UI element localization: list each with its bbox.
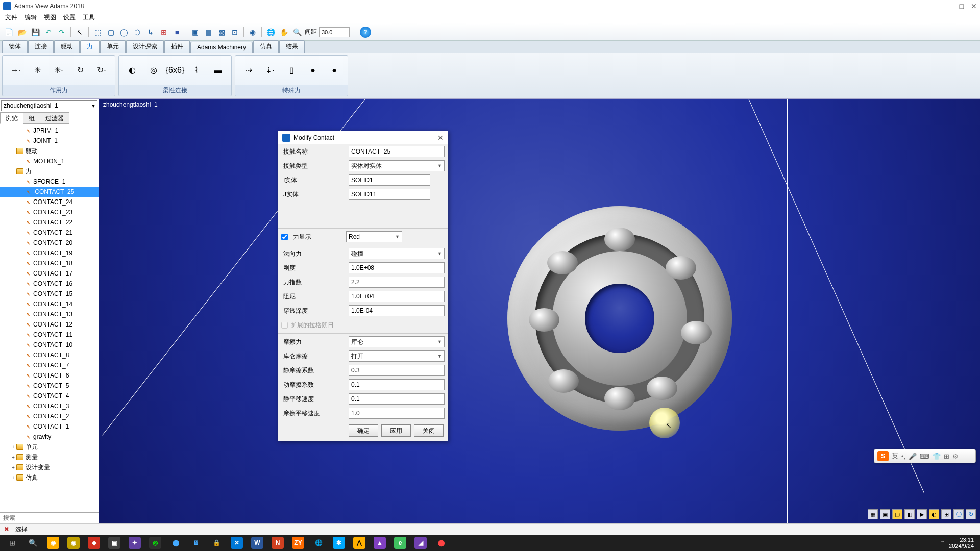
stiffness-input[interactable] xyxy=(349,262,445,273)
ribbon-icon[interactable]: ▯ xyxy=(285,64,298,77)
ribbon-icon[interactable]: ✳· xyxy=(53,64,65,77)
close-dialog-button[interactable]: 关闭 xyxy=(414,424,444,437)
tree-item-gravity[interactable]: ∿gravity xyxy=(0,432,99,442)
vt-1[interactable]: ▦ xyxy=(868,509,878,519)
tree-item-单元[interactable]: +单元 xyxy=(0,442,99,452)
redo-icon[interactable]: ↷ xyxy=(56,27,67,38)
ribbon-icon[interactable]: ● xyxy=(328,64,340,77)
ime-toolbar[interactable]: S 英 •, 🎤 ⌨ 👕 ⊞ ⚙ xyxy=(874,449,976,463)
ribbon-icon[interactable]: ⇢ xyxy=(242,64,255,77)
tree-item-SFORCE_1[interactable]: ∿SFORCE_1 xyxy=(0,177,99,187)
menu-文件[interactable]: 文件 xyxy=(2,12,20,23)
contact-name-input[interactable] xyxy=(349,146,445,157)
tree-item-CONTACT_12[interactable]: ∿CONTACT_12 xyxy=(0,319,99,330)
viewport-3d[interactable]: zhouchengtiaoshi_1 ↖ Modify Contact xyxy=(99,99,980,523)
ribbon-icon[interactable]: ◐ xyxy=(126,64,138,77)
zoom-icon[interactable]: 🔍 xyxy=(291,27,303,38)
vs-input[interactable] xyxy=(349,393,445,405)
vt-5[interactable]: ▶ xyxy=(917,509,927,519)
view3-icon[interactable]: ▩ xyxy=(216,27,227,38)
center-icon[interactable]: ◉ xyxy=(247,27,258,38)
task-app-12[interactable]: N xyxy=(267,536,288,550)
tree-item-CONTACT_4[interactable]: ∿CONTACT_4 xyxy=(0,391,99,401)
tree-item-CONTACT_20[interactable]: ∿CONTACT_20 xyxy=(0,238,99,248)
ribbon-icon[interactable]: ⌇ xyxy=(190,64,203,77)
wireframe-icon[interactable]: ⬡ xyxy=(132,27,143,38)
view1-icon[interactable]: ▣ xyxy=(189,27,201,38)
tree-item-CONTACT_11[interactable]: ∿CONTACT_11 xyxy=(0,330,99,340)
start-button[interactable]: ⊞ xyxy=(2,536,22,550)
penetration-input[interactable] xyxy=(349,305,445,316)
tab-结果[interactable]: 结果 xyxy=(279,40,305,53)
browser-tab-浏览[interactable]: 浏览 xyxy=(0,112,23,124)
task-app-9[interactable]: 🔒 xyxy=(206,536,227,550)
force-display-checkbox[interactable] xyxy=(281,234,288,240)
vt-7[interactable]: ⊞ xyxy=(941,509,951,519)
menu-设置[interactable]: 设置 xyxy=(60,12,79,23)
ribbon-icon[interactable]: ✳ xyxy=(31,64,43,77)
tab-插件[interactable]: 插件 xyxy=(164,40,190,53)
tab-物体[interactable]: 物体 xyxy=(2,40,28,53)
rotate-icon[interactable]: 🌐 xyxy=(265,27,276,38)
task-app-17[interactable]: ▲ xyxy=(370,536,390,550)
tree-item-力[interactable]: -力 xyxy=(0,166,99,177)
task-app-18[interactable]: e xyxy=(390,536,410,550)
task-app-11[interactable]: W xyxy=(247,536,267,550)
tree-item-CONTACT_5[interactable]: ∿CONTACT_5 xyxy=(0,381,99,391)
tab-Adams Machinery[interactable]: Adams Machinery xyxy=(190,42,253,53)
sphere-icon[interactable]: ◯ xyxy=(118,27,130,38)
tab-设计探索[interactable]: 设计探索 xyxy=(126,40,164,53)
tray-up-icon[interactable]: ⌃ xyxy=(940,540,945,546)
tree-item-CONTACT_13[interactable]: ∿CONTACT_13 xyxy=(0,309,99,319)
ime-kbd-icon[interactable]: ⌨ xyxy=(920,453,929,460)
task-app-13[interactable]: ZY xyxy=(288,536,308,550)
jbody-input[interactable] xyxy=(349,189,430,200)
contact-type-select[interactable]: 实体对实体▼ xyxy=(349,160,445,171)
ime-tool-icon[interactable]: ⊞ xyxy=(944,453,949,460)
task-app-15[interactable]: ✱ xyxy=(329,536,349,550)
tab-连接[interactable]: 连接 xyxy=(28,40,54,53)
tree-item-CONTACT_6[interactable]: ∿CONTACT_6 xyxy=(0,370,99,381)
menu-视图[interactable]: 视图 xyxy=(41,12,59,23)
model-tree[interactable]: ∿JPRIM_1∿JOINT_1-驱动∿MOTION_1-力∿SFORCE_1∿… xyxy=(0,124,99,512)
vt-2[interactable]: ▣ xyxy=(880,509,890,519)
tree-item-CONTACT_19[interactable]: ∿CONTACT_19 xyxy=(0,248,99,258)
task-app-14[interactable]: 🌐 xyxy=(308,536,329,550)
search-button[interactable]: 🔍 xyxy=(22,536,43,550)
tree-item-JOINT_1[interactable]: ∿JOINT_1 xyxy=(0,136,99,146)
tree-item-测量[interactable]: +测量 xyxy=(0,452,99,462)
tab-力[interactable]: 力 xyxy=(80,40,100,53)
vt-6[interactable]: ◐ xyxy=(929,509,939,519)
ime-mic-icon[interactable]: 🎤 xyxy=(909,453,917,460)
browser-tab-组[interactable]: 组 xyxy=(23,112,40,124)
model-select[interactable]: zhouchengtiaoshi_1 ▾ xyxy=(1,100,97,111)
select-icon[interactable]: ↖ xyxy=(74,27,85,38)
ime-skin-icon[interactable]: 👕 xyxy=(933,453,941,460)
task-app-8[interactable]: 🖥 xyxy=(186,536,206,550)
save-icon[interactable]: 💾 xyxy=(30,27,41,38)
tree-item-CONTACT_22[interactable]: ∿CONTACT_22 xyxy=(0,217,99,228)
tree-item-CONTACT_7[interactable]: ∿CONTACT_7 xyxy=(0,360,99,370)
tree-item-CONTACT_23[interactable]: ∿CONTACT_23 xyxy=(0,207,99,217)
ime-gear-icon[interactable]: ⚙ xyxy=(952,453,959,460)
task-app-5[interactable]: ✦ xyxy=(125,536,145,550)
normal-force-select[interactable]: 碰撞▼ xyxy=(349,248,445,259)
tab-单元[interactable]: 单元 xyxy=(100,40,126,53)
coulomb-select[interactable]: 打开▼ xyxy=(349,350,445,362)
task-app-1[interactable]: ◉ xyxy=(43,536,63,550)
browser-tab-过滤器[interactable]: 过滤器 xyxy=(40,112,69,124)
axis-icon[interactable]: ↳ xyxy=(145,27,156,38)
tree-item-JPRIM_1[interactable]: ∿JPRIM_1 xyxy=(0,126,99,136)
ime-punct-icon[interactable]: •, xyxy=(901,453,905,460)
task-app-7[interactable]: ⬤ xyxy=(165,536,186,550)
task-app-3[interactable]: ◆ xyxy=(84,536,104,550)
ibody-input[interactable] xyxy=(349,174,430,186)
tree-item-设计变量[interactable]: +设计变量 xyxy=(0,462,99,472)
tree-item-CONTACT_3[interactable]: ∿CONTACT_3 xyxy=(0,401,99,411)
grid-icon[interactable]: ⊞ xyxy=(158,27,169,38)
tree-item-CONTACT_1[interactable]: ∿CONTACT_1 xyxy=(0,421,99,432)
view4-icon[interactable]: ⊡ xyxy=(229,27,240,38)
tab-仿真[interactable]: 仿真 xyxy=(253,40,279,53)
tree-item-CONTACT_16[interactable]: ∿CONTACT_16 xyxy=(0,279,99,289)
tree-item-CONTACT_10[interactable]: ∿CONTACT_10 xyxy=(0,340,99,350)
